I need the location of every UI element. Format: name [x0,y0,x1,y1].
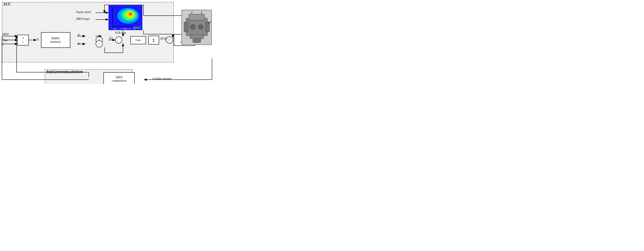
sigma-hat-label: σ̂ [78,42,80,46]
svg-rect-38 [189,14,204,20]
svg-point-41 [190,24,195,29]
svg-point-42 [198,24,203,29]
cylinder-pressure-label: Cylinder pressure [152,77,172,80]
egr-map-label: EGR map [115,31,126,34]
imep-computation-block: IMEPcomputation [104,72,135,84]
svg-point-54 [130,13,132,15]
cov-hat-label: cov [109,37,113,40]
diagram-container: ECU Rapid prototyping plateform [0,0,215,84]
imep-target-label: IMEP target [76,17,90,20]
svg-rect-44 [193,39,201,42]
engine-image [182,10,212,45]
buffer-memory-block: Buffermemory [41,32,70,48]
imep-label: IMEP [2,33,9,36]
mu-hat-label: μ̂ [78,33,80,37]
svg-text:1000: 1000 [114,28,116,30]
svg-rect-39 [184,22,188,32]
sigma-block: Σ [148,36,159,44]
engine-speed-label: Engine speed [76,10,91,14]
svg-text:● EGR (%): ● EGR (%) [133,27,140,29]
svg-rect-40 [206,22,210,32]
svg-rect-37 [186,18,208,36]
svg-text:Engine speed (rpm): Engine speed (rpm) [120,28,131,29]
gain-block: Gain [130,36,146,44]
svg-rect-43 [190,35,204,39]
qfuel-label: Qfuel [2,38,8,42]
egr-map-image: 1000 3000 5000 Engine speed (rpm) ● EGR … [108,5,142,30]
ecu-label: ECU [4,2,11,6]
mult-div-block: ×÷ [17,35,29,46]
rpp-label: Rapid prototyping plateform [46,70,83,74]
x-signal-label: X [37,38,39,41]
eta-label: η [2,42,4,46]
plus-circle: + [166,36,173,44]
divide-circle: ÷ [96,40,103,48]
subtract-circle: − + [115,36,122,44]
